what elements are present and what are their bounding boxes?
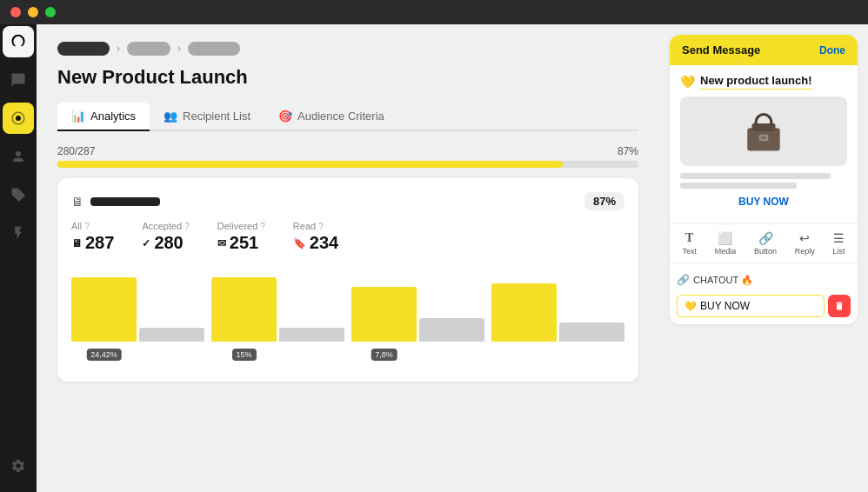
progress-section: 280/287 87% [57,145,638,168]
stats-row: All ? 🖥 287 Accepted ? ✓ 280 [71,221,624,253]
breadcrumb: › › [57,42,638,56]
bar-delivered-label: 7,8% [371,349,397,361]
product-image [738,105,790,157]
sidebar-icon-contacts[interactable] [3,141,34,172]
tab-analytics[interactable]: 📊 Analytics [57,103,150,131]
toolbar-button-label: Button [754,247,777,256]
message-title-text: New product launch! [700,74,812,90]
bar-group-delivered: 7,8% [351,263,484,368]
toolbar-text[interactable]: T Text [682,231,697,256]
bar-all-gray [139,328,204,342]
chatout-row: 🔗 CHATOUT 🔥 [670,270,858,289]
recipient-tab-icon: 👥 [164,110,177,123]
bar-read-gray [559,322,624,342]
svg-rect-4 [761,136,766,139]
sidebar-icon-settings[interactable] [3,450,34,482]
tab-recipient-list[interactable]: 👥 Recipient List [150,103,264,131]
toolbar-text-label: Text [682,247,697,256]
stat-accepted-value: 280 [154,233,183,253]
text-icon: T [685,231,693,245]
bar-group-all: 24,42% [71,263,204,368]
minimize-button[interactable] [28,7,38,17]
buy-now-link[interactable]: BUY NOW [680,196,847,208]
tab-recipient-label: Recipient List [183,110,250,123]
stat-all-label: All [71,221,82,231]
breadcrumb-campaigns[interactable] [57,42,110,56]
sidebar-icon-chat[interactable] [3,64,34,96]
maximize-button[interactable] [45,7,56,17]
main-content: › › New Product Launch 📊 Analytics 👥 Rec… [37,24,659,492]
delete-button[interactable] [828,295,851,317]
button-icon: 🔗 [758,231,773,245]
stat-all-help[interactable]: ? [84,222,90,231]
progress-bar-bg [57,161,638,168]
message-preview: 💛 New product launch! [670,65,858,223]
right-panel: Send Message Done 💛 New product launch! [659,24,868,492]
bar-delivered-yellow: 7,8% [351,287,417,342]
bar-all-label: 24,42% [86,349,122,361]
tab-bar: 📊 Analytics 👥 Recipient List 🎯 Audience … [57,103,638,131]
chart-device-icon: 🖥 [71,195,83,209]
progress-current: 280/287 [57,145,95,157]
toolbar-media-label: Media [715,247,737,256]
chart-header: 🖥 87% [71,192,624,210]
breadcrumb-sep-2: › [177,43,181,55]
analytics-tab-icon: 📊 [71,110,85,123]
stat-all-value: 287 [85,233,114,253]
stat-accepted-icon: ✓ [142,237,150,249]
stat-accepted-help[interactable]: ? [184,222,190,231]
sidebar-icon-fingerprint[interactable] [3,26,34,57]
audience-tab-icon: 🎯 [278,110,292,123]
breadcrumb-launch[interactable] [127,42,170,56]
message-title-row: 💛 New product launch! [680,74,847,90]
toolbar-reply[interactable]: ↩ Reply [795,231,815,256]
stat-all-icon: 🖥 [71,237,82,249]
titlebar [0,0,868,24]
media-icon: ⬜ [718,231,732,245]
bar-accepted-yellow: 15% [211,277,277,342]
send-message-title: Send Message [682,43,760,57]
bar-group-read [491,263,624,368]
page-title: New Product Launch [57,66,638,89]
done-button[interactable]: Done [819,44,845,57]
sidebar-icon-lightning[interactable] [3,217,34,249]
bar-group-accepted: 15% [211,263,344,368]
tab-audience-label: Audience Criteria [297,110,384,123]
bar-all-yellow: 24,42% [71,277,137,342]
text-line-1 [680,173,831,179]
tab-audience-criteria[interactable]: 🎯 Audience Criteria [264,103,398,131]
breadcrumb-sep-1: › [117,43,120,55]
bar-accepted-gray [279,328,344,342]
toolbar-reply-label: Reply [795,247,815,256]
toolbar-button[interactable]: 🔗 Button [754,231,777,256]
product-image-area [680,96,847,166]
link-icon: 🔗 [677,274,690,286]
reply-icon: ↩ [799,231,810,245]
bar-accepted-label: 15% [231,349,256,361]
buy-input-text: BUY NOW [700,300,750,312]
breadcrumb-analytics[interactable] [188,42,240,56]
message-toolbar: T Text ⬜ Media 🔗 Button ↩ Reply ☰ List [670,223,858,263]
stat-delivered-icon: ✉ [217,237,226,249]
sidebar-icon-tag[interactable] [3,179,34,210]
toolbar-list-label: List [833,247,845,256]
buy-input-row: 💛 BUY NOW [670,295,858,324]
stat-read: Read ? 🔖 234 [293,221,338,253]
stat-delivered-help[interactable]: ? [260,222,265,231]
bar-chart: 24,42% 15% 7,8% [71,263,624,368]
stat-accepted-label: Accepted [142,221,182,231]
chatout-label: CHATOUT 🔥 [693,275,753,286]
sidebar-icon-broadcast[interactable] [3,103,34,134]
buy-input[interactable]: 💛 BUY NOW [677,295,825,317]
buy-input-heart: 💛 [684,301,697,312]
toolbar-media[interactable]: ⬜ Media [715,231,737,256]
stat-delivered: Delivered ? ✉ 251 [217,221,265,253]
stat-read-help[interactable]: ? [318,222,324,231]
progress-percentage: 87% [618,145,638,157]
toolbar-list[interactable]: ☰ List [833,231,845,256]
svg-rect-5 [750,130,778,131]
close-button[interactable] [10,7,21,17]
stat-all: All ? 🖥 287 [71,221,114,253]
send-message-card: Send Message Done 💛 New product launch! [670,35,858,324]
chart-pct-badge: 87% [584,192,624,210]
